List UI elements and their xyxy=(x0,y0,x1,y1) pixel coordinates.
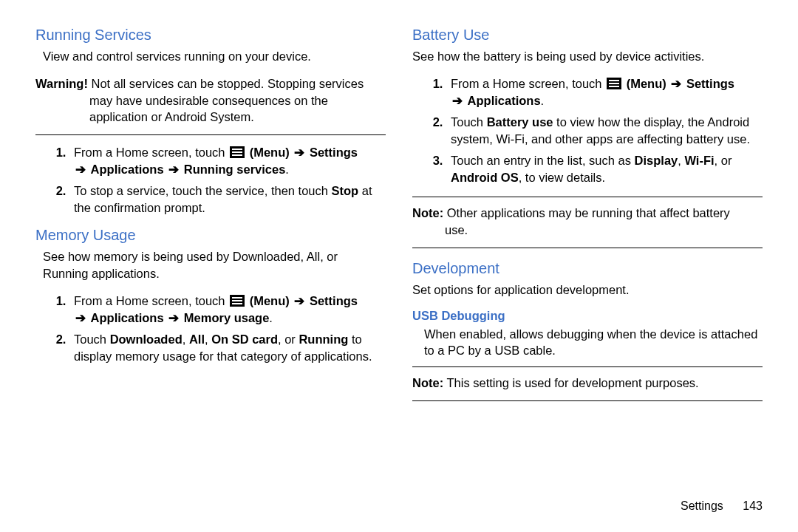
bu3-android: Android OS xyxy=(451,171,519,184)
usb-debugging-body: When enabled, allows debugging when the … xyxy=(412,326,763,360)
heading-running-services: Running Services xyxy=(35,27,386,44)
bu1-a: From a Home screen, touch xyxy=(451,77,605,90)
mu2-downloaded: Downloaded xyxy=(110,332,183,346)
note-block-2: Note: This setting is used for developme… xyxy=(412,366,763,401)
arrow-icon: ➔ xyxy=(452,92,463,109)
memory-usage-steps: From a Home screen, touch (Menu) ➔ Setti… xyxy=(35,293,386,365)
mu-step-1: From a Home screen, touch (Menu) ➔ Setti… xyxy=(69,293,386,327)
note2-label: Note: xyxy=(412,376,443,389)
warning-line2: may have undesirable consequences on the xyxy=(35,92,328,109)
left-column: Running Services View and control servic… xyxy=(35,27,386,413)
note-text-2: Note: This setting is used for developme… xyxy=(412,375,763,392)
mu2-e: , xyxy=(205,332,211,346)
footer-section: Settings xyxy=(681,499,723,512)
heading-memory-usage: Memory Usage xyxy=(35,227,386,244)
rs-step-2: To stop a service, touch the service, th… xyxy=(69,183,386,216)
mu2-running: Running xyxy=(299,332,348,346)
rs1-menu: (Menu) xyxy=(250,146,290,159)
period: . xyxy=(285,163,289,176)
arrow-icon: ➔ xyxy=(294,293,304,310)
heading-usb-debugging: USB Debugging xyxy=(412,309,763,323)
warning-text: Warning! Not all services can be stopped… xyxy=(35,75,386,126)
bu-step-1: From a Home screen, touch (Menu) ➔ Setti… xyxy=(446,75,763,109)
warning-block: Warning! Not all services can be stopped… xyxy=(35,75,386,135)
period: . xyxy=(269,311,273,324)
mu2-c: , xyxy=(183,332,189,346)
menu-icon xyxy=(230,146,245,158)
battery-use-steps: From a Home screen, touch (Menu) ➔ Setti… xyxy=(412,75,763,187)
mu1-applications: Applications xyxy=(91,311,164,324)
battery-use-intro: See how the battery is being used by dev… xyxy=(412,48,763,65)
rs-step-1: From a Home screen, touch (Menu) ➔ Setti… xyxy=(69,144,386,178)
right-column: Battery Use See how the battery is being… xyxy=(412,27,763,413)
bu1-menu: (Menu) xyxy=(627,77,666,90)
bu1-applications: Applications xyxy=(468,94,541,107)
arrow-icon: ➔ xyxy=(168,310,179,327)
mu2-a: Touch xyxy=(74,332,110,346)
rs2-a: To stop a service, touch the service, th… xyxy=(74,184,332,197)
rs2-stop: Stop xyxy=(332,184,359,197)
note1-line1: Other applications may be running that a… xyxy=(443,206,730,219)
arrow-icon: ➔ xyxy=(671,75,681,92)
warning-line3: application or Android System. xyxy=(35,109,254,126)
running-services-intro: View and control services running on you… xyxy=(35,48,386,65)
mu2-sd: On SD card xyxy=(211,332,278,346)
note1-label: Note: xyxy=(412,206,443,219)
bu3-wifi: Wi-Fi xyxy=(684,154,714,167)
mu1-memory: Memory usage xyxy=(184,311,270,324)
period: . xyxy=(541,94,545,107)
rs1-a: From a Home screen, touch xyxy=(74,146,228,159)
warning-label: Warning! xyxy=(35,77,88,90)
mu2-all: All xyxy=(189,332,205,346)
bu3-a: Touch an entry in the list, such as xyxy=(451,154,635,167)
bu1-settings: Settings xyxy=(686,77,734,90)
arrow-icon: ➔ xyxy=(294,144,304,161)
page-footer: Settings 143 xyxy=(681,499,763,513)
note-text-1: Note: Other applications may be running … xyxy=(412,205,763,239)
bu3-display: Display xyxy=(635,154,678,167)
bu3-g: , to view details. xyxy=(519,171,605,184)
rs1-applications: Applications xyxy=(91,163,164,176)
menu-icon xyxy=(607,78,621,89)
bu2-a: Touch xyxy=(451,115,487,129)
arrow-icon: ➔ xyxy=(75,310,86,327)
footer-page-number: 143 xyxy=(743,499,763,512)
bu-step-3: Touch an entry in the list, such as Disp… xyxy=(446,152,763,186)
menu-icon xyxy=(230,295,245,307)
bu2-battery: Battery use xyxy=(487,115,553,129)
heading-battery-use: Battery Use xyxy=(412,27,763,44)
note2-body: This setting is used for development pur… xyxy=(443,376,698,389)
arrow-icon: ➔ xyxy=(75,161,86,178)
rs1-settings: Settings xyxy=(310,146,358,159)
memory-usage-intro: See how memory is being used by Download… xyxy=(35,248,386,282)
mu1-a: From a Home screen, touch xyxy=(74,294,228,307)
mu-step-2: Touch Downloaded, All, On SD card, or Ru… xyxy=(69,331,386,365)
rs1-running: Running services xyxy=(184,163,286,176)
bu-step-2: Touch Battery use to view how the displa… xyxy=(446,114,763,148)
bu3-e: , or xyxy=(715,154,732,167)
heading-development: Development xyxy=(412,260,763,277)
arrow-icon: ➔ xyxy=(168,161,179,178)
note1-line2: use. xyxy=(412,222,468,239)
note-block-1: Note: Other applications may be running … xyxy=(412,197,763,248)
page-body: Running Services View and control servic… xyxy=(0,0,798,413)
warning-line1: Not all services can be stopped. Stoppin… xyxy=(88,77,364,90)
running-services-steps: From a Home screen, touch (Menu) ➔ Setti… xyxy=(35,144,386,216)
mu2-g: , or xyxy=(278,332,299,346)
development-intro: Set options for application development. xyxy=(412,282,763,299)
mu1-settings: Settings xyxy=(310,294,358,307)
mu1-menu: (Menu) xyxy=(250,294,290,307)
